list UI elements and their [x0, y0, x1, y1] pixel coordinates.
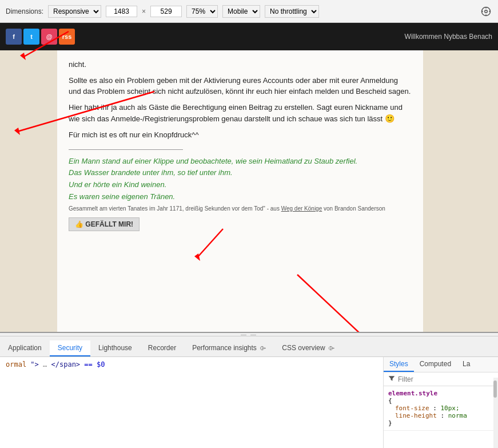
nav-welcome: Willkommen Nybbas Benach — [405, 33, 492, 41]
site-navbar: f t @ rss Willkommen Nybbas Benach — [0, 23, 498, 50]
quote-line-1: Ein Mann stand auf einer Klippe und beob… — [69, 156, 412, 168]
zoom-select[interactable]: 75% — [186, 5, 218, 18]
css-prop-name-1: font-size — [395, 405, 429, 412]
css-rule-element-style: element.style { font-size : 10px; line-h… — [384, 386, 498, 431]
quote-line-4: Es waren seine eigenen Tränen. — [69, 191, 412, 203]
performance-tab-icon: ⌱ — [260, 345, 266, 351]
filter-input[interactable] — [398, 375, 493, 383]
tab-lighthouse[interactable]: Lighthouse — [90, 340, 140, 356]
responsive-select[interactable]: Responsive — [48, 5, 101, 18]
forum-text-1: nicht. — [69, 59, 412, 70]
width-input[interactable] — [106, 6, 137, 17]
forum-text-4: Für mich ist es oft nur ein Knopfdruck^^ — [69, 129, 412, 141]
mobile-select[interactable]: Mobile — [222, 5, 260, 18]
css-property-font-size: font-size : 10px; — [388, 405, 493, 412]
filter-icon — [388, 375, 395, 383]
styles-tabs: Styles Computed La — [384, 357, 498, 372]
svg-point-1 — [485, 10, 488, 13]
quote-line-2: Das Wasser brandete unter ihm, so tief u… — [69, 167, 412, 179]
tab-performance-insights[interactable]: Performance insights ⌱ — [184, 340, 274, 356]
citation-link[interactable]: Weg der Könige — [281, 205, 322, 212]
website-frame: f t @ rss Willkommen Nybbas Benach nicht… — [0, 23, 498, 332]
throttle-select[interactable]: No throttling — [265, 5, 319, 18]
devtools-tabs: Application Security Lighthouse Recorder… — [0, 336, 498, 357]
forum-content: nicht. Sollte es also ein Problem geben … — [57, 50, 423, 332]
selected-indicator: == $0 — [84, 360, 105, 368]
browser-viewport: f t @ rss Willkommen Nybbas Benach nicht… — [0, 23, 498, 332]
dimensions-label: Dimensions: — [6, 7, 43, 15]
css-selector: element.style — [388, 390, 493, 397]
devtools-toolbar: Dimensions: Responsive × 75% Mobile No t… — [0, 0, 498, 23]
forum-citation: Gesammelt am vierten Tanates im Jahr 117… — [69, 205, 412, 212]
devtools-styles-panel: Styles Computed La element.style — [384, 357, 498, 448]
css-prop-name-2: line-height — [395, 412, 437, 419]
forum-text-3: Hier habt ihr ja auch als Gäste die Bere… — [69, 102, 412, 125]
html-text: "> — [30, 360, 43, 368]
html-inspector-line: ormal "> … </span> == $0 — [6, 360, 377, 368]
site-main: nicht. Sollte es also ein Problem geben … — [0, 50, 498, 332]
forum-quote: Ein Mann stand auf einer Klippe und beob… — [69, 156, 412, 203]
email-icon[interactable]: @ — [41, 29, 57, 45]
html-attr: ormal — [6, 360, 26, 368]
devtools-html-inspector: ormal "> … </span> == $0 — [0, 357, 384, 448]
css-prop-value-1: 10px; — [440, 405, 459, 412]
styles-filter-bar — [384, 372, 498, 386]
tab-security[interactable]: Security — [50, 340, 90, 356]
html-ellipsis: … — [43, 360, 47, 368]
tab-application[interactable]: Application — [0, 340, 50, 356]
html-close: </span> — [51, 360, 81, 368]
tab-styles[interactable]: Styles — [384, 357, 414, 372]
forum-text-2: Sollte es also ein Problem geben mit der… — [69, 75, 412, 97]
quote-divider — [69, 149, 183, 150]
devtools-body: ormal "> … </span> == $0 Styles Computed… — [0, 357, 498, 448]
social-icons: f t @ rss — [6, 29, 75, 45]
settings-icon[interactable] — [480, 5, 492, 18]
quote-line-3: Und er hörte ein Kind weinen. — [69, 179, 412, 191]
twitter-icon[interactable]: t — [23, 29, 39, 45]
dimensions-x: × — [142, 7, 146, 15]
devtools-panel: — — Application Security Lighthouse Reco… — [0, 332, 498, 448]
css-property-line-height: line-height : norma — [388, 412, 493, 419]
height-input[interactable] — [150, 6, 182, 17]
css-prop-value-2: norma — [448, 412, 467, 419]
css-tab-icon: ⌱ — [329, 345, 334, 351]
smiley-emoji: 🙂 — [385, 113, 395, 125]
like-button[interactable]: 👍 GEFÄLLT MIR! — [69, 217, 140, 231]
css-open-brace: { — [388, 397, 493, 405]
tab-recorder[interactable]: Recorder — [140, 340, 184, 356]
css-close-brace: } — [388, 419, 493, 427]
rss-icon[interactable]: rss — [59, 29, 75, 45]
facebook-icon[interactable]: f — [6, 29, 22, 45]
tab-css-overview[interactable]: CSS overview ⌱ — [274, 340, 342, 356]
scroll-thumb[interactable] — [493, 380, 497, 398]
tab-computed[interactable]: Computed — [414, 357, 457, 372]
scrollbar[interactable] — [493, 378, 498, 448]
tab-layout[interactable]: La — [457, 357, 476, 372]
